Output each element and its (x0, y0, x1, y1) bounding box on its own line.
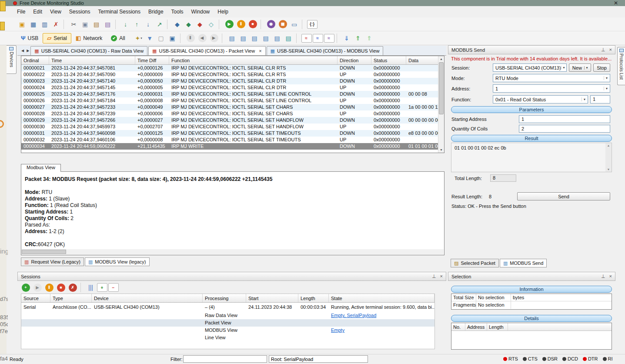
menu-file[interactable]: File (13, 7, 29, 17)
protocols-list-sidebar-tab[interactable]: Protocols List (617, 47, 625, 85)
column-header-direction[interactable]: Direction (338, 56, 371, 64)
mode-select[interactable]: RTU Mode ▾ (493, 74, 610, 82)
menu-window[interactable]: Window (187, 7, 214, 17)
toolbar-icon[interactable] (180, 33, 183, 43)
scrollbar-thumb[interactable] (22, 250, 66, 254)
devices-sidebar-tab[interactable]: Devices (7, 45, 17, 74)
schedule-icon[interactable]: ▦ (279, 20, 287, 28)
packet-row[interactable]: 00000023 2023-11-24 20:44:37,9457140 +0,… (21, 78, 438, 84)
filter-input[interactable] (183, 355, 267, 363)
send-to-device-icon[interactable]: ⇑ (353, 33, 364, 43)
statistics-button[interactable]: ||| (86, 282, 96, 293)
tab-close-icon[interactable]: × (259, 48, 261, 53)
chevron-down-icon[interactable]: ▾ (584, 66, 588, 70)
bookmark-next-icon[interactable]: ◆ (184, 19, 194, 30)
menu-bridge[interactable]: Bridge (144, 7, 167, 17)
remove-view-button[interactable]: − (108, 283, 119, 292)
serial-filter-button[interactable]: ▱ Serial (43, 33, 71, 43)
tab-selected-packet[interactable]: ▨ Selected Packet (451, 259, 499, 267)
performance-monitor-icon[interactable]: ◉ (267, 20, 275, 28)
tab-packet-view[interactable]: ▦ USB-SERIAL CH340 (COM13) - Packet View… (148, 46, 266, 55)
console-view-icon[interactable]: ▤ (272, 33, 283, 43)
pause-monitoring-icon[interactable]: Ⅱ (237, 20, 245, 28)
packet-row[interactable]: 00000024 2023-11-24 20:44:37,9457145 +0,… (21, 84, 438, 91)
scroll-up-icon[interactable]: ▲ (607, 144, 610, 147)
function-select[interactable]: 0x01 - Read Coil Status ▾ (493, 95, 588, 104)
decode-hscrollbar[interactable] (22, 249, 444, 254)
packet-row[interactable]: 00000026 2023-11-24 20:44:37,9457184 +0,… (21, 97, 438, 104)
tab-scroll-right-button[interactable]: ▶ (25, 49, 30, 53)
session-view-row[interactable]: Raw Data View Empty, SerialPayload (21, 312, 434, 319)
toolbar-icon[interactable] (64, 20, 67, 29)
save-log-icon[interactable]: ↓ (143, 19, 154, 30)
usb-filter-button[interactable]: Ψ USB (17, 33, 43, 43)
toolbar-icon[interactable] (219, 20, 222, 29)
bookmark-prev-icon[interactable]: ◆ (195, 19, 205, 30)
cut-icon[interactable]: ✂ (69, 19, 79, 30)
prev-packet-icon[interactable]: ◀ (198, 34, 207, 42)
modbus-view-subtab[interactable]: Modbus View (21, 164, 61, 172)
new-session-icon[interactable]: ▣ (17, 19, 27, 30)
new-session-button[interactable]: + (22, 284, 30, 292)
bookmark-add-icon[interactable]: ◆ (172, 19, 183, 30)
selection-close-icon[interactable]: × (609, 274, 612, 279)
column-header-time-diff[interactable]: Time Diff (135, 56, 169, 64)
packet-row[interactable]: 00000032 2023-11-24 20:44:37,9460106 +0,… (21, 137, 438, 143)
sessions-close-icon[interactable]: × (440, 274, 443, 279)
save-icon[interactable]: ▦ (28, 19, 39, 30)
send-button[interactable]: Send (517, 192, 610, 200)
raw-data-view-icon[interactable]: ▤ (227, 33, 237, 43)
scroll-up-icon[interactable]: ▲ (438, 56, 444, 62)
sessions-toolbar-icon[interactable] (80, 283, 84, 292)
menu-view[interactable]: View (46, 7, 65, 17)
tab-request-view-legacy[interactable]: ▥ Request View (Legacy) (21, 257, 84, 266)
menu-tools[interactable]: Tools (167, 7, 187, 17)
key-icon[interactable]: ✦▾ (134, 33, 144, 43)
tab-modbus-send[interactable]: ▥ MODBUS Send (500, 259, 547, 267)
custom-view-icon[interactable]: ▤ (284, 33, 294, 43)
menu-edit[interactable]: Edit (29, 7, 46, 17)
packet-row[interactable]: 00000030 2023-11-24 20:44:37,9459973 +0,… (21, 124, 438, 130)
packet-row[interactable]: 00000031 2023-11-24 20:44:37,9460098 +0,… (21, 130, 438, 137)
mail-log-icon[interactable]: ↗ (154, 19, 165, 30)
pause-session-button[interactable]: Ⅱ (45, 284, 53, 292)
structure-view-icon[interactable]: ▤ (250, 33, 260, 43)
new-button[interactable]: New ▾ (569, 63, 592, 72)
import-log-icon[interactable]: ↑ (132, 19, 142, 30)
column-header-ordinal[interactable]: Ordinal (21, 56, 49, 64)
stop-button[interactable]: Stop (593, 63, 610, 72)
export-data-icon[interactable]: ⇓ (342, 33, 352, 43)
window-close-button[interactable]: ✕ (614, 0, 618, 6)
toolbar-icon[interactable] (222, 33, 225, 43)
scroll-down-icon[interactable]: ▼ (607, 168, 610, 171)
signal-chart-view-icon[interactable]: ≈ (324, 34, 334, 43)
new-pane-icon[interactable]: ▢ (156, 33, 167, 43)
paste-icon[interactable]: ▤ (91, 19, 102, 30)
filter-icon[interactable]: ▼ (145, 33, 155, 43)
start-monitoring-icon[interactable]: ▶ (225, 20, 234, 28)
packet-row[interactable]: 00000029 2023-11-24 20:44:37,9457266 +0,… (21, 117, 438, 124)
tab-raw-data-view[interactable]: ▦ USB-SERIAL CH340 (COM13) - Raw Data Vi… (30, 46, 147, 55)
packet-row[interactable]: 00000021 2023-11-24 20:44:37,9457081 +0,… (21, 65, 438, 71)
network-filter-button[interactable]: ◧ Network (71, 33, 107, 43)
paste-append-icon[interactable]: ▤ (103, 19, 113, 30)
session-row[interactable]: Serial Anschlüsse (CO... USB-SERIAL CH34… (21, 303, 434, 312)
column-header-time[interactable]: Time (49, 56, 135, 64)
toolbar-icon[interactable] (337, 33, 340, 43)
toolbar-icon[interactable] (261, 20, 264, 29)
sessions-pin-icon[interactable]: ⊥ (432, 274, 436, 279)
packet-row[interactable]: 00000028 2023-11-24 20:44:37,9457239 +0,… (21, 110, 438, 117)
close-document-icon[interactable]: ✗ (51, 19, 61, 30)
menu-terminal-sessions[interactable]: Terminal Sessions (94, 7, 144, 17)
script-editor-icon[interactable]: {:} (307, 20, 318, 29)
stop-session-button[interactable]: ■ (57, 284, 65, 292)
function-count-input[interactable]: 1 (590, 95, 610, 104)
toolbar-icon[interactable] (302, 20, 305, 29)
session-select[interactable]: USB-SERIAL CH340 (COM13) ▾ (493, 63, 567, 72)
modbus-send-pin-icon[interactable]: ⊥ (601, 47, 605, 53)
packet-row[interactable]: 00000027 2023-11-24 20:44:37,9457233 +0,… (21, 104, 438, 110)
address-select[interactable]: 1 ▾ (493, 84, 610, 93)
column-header-function[interactable]: Function (169, 56, 338, 64)
send-file-icon[interactable]: ⇑ (364, 33, 375, 43)
session-view-row[interactable]: MODBUS View Empty (21, 327, 434, 334)
